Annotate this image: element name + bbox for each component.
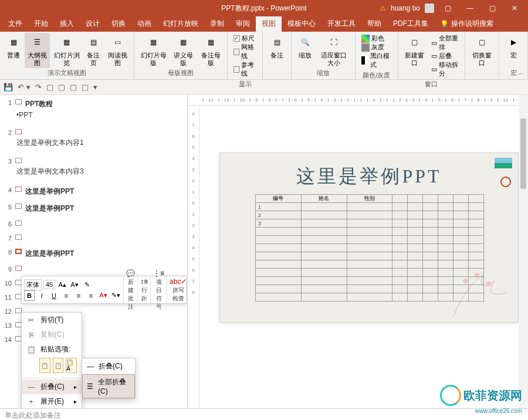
menu-collapse[interactable]: —折叠(C)▸ bbox=[22, 380, 82, 394]
tab-home[interactable]: 开始 bbox=[28, 16, 54, 32]
horizontal-ruler[interactable]: 1 · 12 · 1 · 11 · 1 · 10 · 1 · 9 · 1 · 8… bbox=[188, 95, 528, 106]
align-right-button[interactable]: ≡ bbox=[86, 290, 96, 301]
tab-file[interactable]: 文件 bbox=[2, 16, 28, 32]
handout-master-button[interactable]: ▦讲义母版 bbox=[170, 33, 196, 68]
font-color-button[interactable]: A▾ bbox=[98, 290, 109, 301]
grow-font-button[interactable]: A▴ bbox=[57, 279, 67, 290]
tab-templates[interactable]: 模板中心 bbox=[282, 16, 321, 32]
new-comment-icon[interactable]: 💬 bbox=[126, 269, 135, 277]
gridlines-checkbox[interactable]: 网格线 bbox=[233, 43, 256, 60]
tab-animation[interactable]: 动画 bbox=[131, 16, 157, 32]
outline-body[interactable]: 这里是举例文本内容3 bbox=[0, 167, 187, 177]
undo-button[interactable]: ↶ ▾ bbox=[18, 83, 31, 92]
blackwhite-button[interactable]: 黑白模式 bbox=[361, 52, 391, 69]
paste-text-only[interactable]: 📋A bbox=[66, 358, 77, 373]
slide-canvas[interactable]: 这里是举例PPT 编号姓名性别 1 2 3 bbox=[202, 106, 524, 408]
outline-title[interactable]: 这里是举例PPT bbox=[25, 204, 74, 214]
slide-sorter-button[interactable]: ▦幻灯片浏览 bbox=[51, 33, 82, 68]
outline-panel[interactable]: 1PPT教程 •PPT 2 这里是举例文本内容1 3 这里是举例文本内容3 4这… bbox=[0, 95, 188, 408]
slide-thumb[interactable] bbox=[15, 266, 22, 271]
qat-button-3[interactable]: ▢ bbox=[70, 83, 77, 92]
outline-title[interactable]: 这里是举例PPT bbox=[25, 187, 74, 197]
qat-more-button[interactable]: ▾ bbox=[93, 83, 97, 92]
submenu-collapse-all[interactable]: ☰全部折叠(C) bbox=[82, 374, 135, 398]
bold-button[interactable]: B bbox=[24, 290, 35, 301]
line-spacing-icon[interactable]: ↕≡ bbox=[140, 277, 148, 286]
qat-button-2[interactable]: ▢ bbox=[58, 83, 65, 92]
highlight-button[interactable]: ✎▾ bbox=[110, 290, 121, 301]
qat-button-4[interactable]: ▢ bbox=[82, 83, 89, 92]
slide-thumb[interactable] bbox=[15, 204, 22, 209]
slide-title[interactable]: 这里是举例PPT bbox=[220, 164, 518, 189]
menu-cut[interactable]: ✂剪切(T) bbox=[22, 313, 82, 327]
slide-image[interactable] bbox=[495, 158, 512, 168]
notes-master-button[interactable]: ▦备注母版 bbox=[198, 33, 224, 68]
slide-thumb[interactable] bbox=[15, 99, 22, 104]
outline-title[interactable]: 这里是举例PPT bbox=[25, 249, 74, 259]
scrollbar-thumb[interactable] bbox=[520, 118, 526, 189]
tab-transition[interactable]: 切换 bbox=[106, 16, 131, 32]
grayscale-button[interactable]: 灰度 bbox=[361, 43, 391, 52]
new-window-button[interactable]: ▢新建窗口 bbox=[402, 33, 428, 79]
ribbon-options-button[interactable]: ▢ bbox=[439, 2, 456, 14]
italic-button[interactable]: I bbox=[36, 290, 47, 301]
slide-master-button[interactable]: ▦幻灯片母版 bbox=[138, 33, 170, 68]
notes-pane[interactable]: 单击此处添加备注 bbox=[0, 408, 528, 420]
macros-button[interactable]: ▶宏 bbox=[503, 33, 524, 68]
switch-windows-button[interactable]: ▢切换窗口 bbox=[469, 33, 495, 77]
tab-record[interactable]: 录制 bbox=[204, 16, 230, 32]
font-size-select[interactable]: 45 bbox=[43, 280, 55, 289]
close-button[interactable]: ✕ bbox=[506, 2, 523, 14]
zoom-button[interactable]: 🔍缩放 bbox=[295, 33, 315, 68]
slide-thumb[interactable] bbox=[15, 129, 22, 134]
spellcheck-icon[interactable]: abc✓ bbox=[170, 277, 187, 286]
guides-checkbox[interactable]: 参考线 bbox=[233, 60, 256, 78]
save-button[interactable]: 💾 bbox=[4, 83, 13, 92]
user-avatar[interactable] bbox=[425, 4, 434, 13]
normal-view-button[interactable]: ▦普通 bbox=[4, 33, 23, 68]
shrink-font-button[interactable]: A▾ bbox=[69, 279, 80, 290]
submenu-collapse[interactable]: —折叠(C) bbox=[82, 358, 135, 374]
outline-body[interactable]: 这里是举例文本内容1 bbox=[0, 138, 187, 148]
slide-thumb[interactable] bbox=[15, 187, 22, 192]
redo-button[interactable]: ↷ bbox=[35, 83, 42, 92]
tab-pdftools[interactable]: PDF工具集 bbox=[387, 16, 434, 32]
tab-view[interactable]: 视图 bbox=[256, 16, 282, 32]
notes-button[interactable]: ▤备注 bbox=[266, 33, 287, 77]
align-center-button[interactable]: ≡ bbox=[73, 290, 84, 301]
slide-thumb[interactable] bbox=[15, 158, 22, 163]
slide[interactable]: 这里是举例PPT 编号姓名性别 1 2 3 bbox=[219, 153, 519, 323]
tab-review[interactable]: 审阅 bbox=[230, 16, 256, 32]
user-name[interactable]: huang bo bbox=[391, 4, 420, 12]
tab-insert[interactable]: 插入 bbox=[54, 16, 80, 32]
align-button[interactable]: ≡ bbox=[61, 290, 72, 301]
notes-page-button[interactable]: ▤备注页 bbox=[83, 33, 104, 68]
tab-help[interactable]: 帮助 bbox=[361, 16, 387, 32]
vertical-ruler[interactable]: 87654321012345678 bbox=[188, 106, 199, 408]
format-painter-button[interactable]: ✎ bbox=[82, 279, 92, 290]
menu-copy[interactable]: ⎘复制(C) bbox=[22, 327, 82, 342]
outline-title[interactable]: PPT教程 bbox=[25, 99, 53, 109]
slide-thumb-selected[interactable] bbox=[15, 249, 22, 254]
paste-merge-formatting[interactable]: 📋 bbox=[53, 358, 64, 373]
cascade-button[interactable]: ▭ 层叠 bbox=[431, 52, 459, 60]
reading-view-button[interactable]: ▭阅读视图 bbox=[104, 33, 130, 68]
outline-body[interactable]: •PPT bbox=[0, 111, 187, 119]
slide-shape-circle[interactable] bbox=[500, 177, 511, 187]
tab-slideshow[interactable]: 幻灯片放映 bbox=[157, 16, 204, 32]
tab-design[interactable]: 设计 bbox=[80, 16, 106, 32]
minimize-button[interactable]: — bbox=[461, 2, 479, 14]
ruler-checkbox[interactable]: 标尺 bbox=[233, 34, 256, 43]
bullets-icon[interactable]: ⋮≡ bbox=[153, 269, 164, 277]
restore-button[interactable]: ▢ bbox=[483, 2, 501, 14]
collapse-ribbon-button[interactable]: ︿ bbox=[517, 68, 524, 78]
slide-thumb[interactable] bbox=[15, 235, 22, 240]
outline-view-button[interactable]: ☰大纲视图 bbox=[25, 33, 50, 68]
arrange-all-button[interactable]: ▭ 全部重排 bbox=[431, 34, 459, 52]
qat-button-1[interactable]: ▢ bbox=[46, 83, 53, 92]
paste-keep-formatting[interactable]: 📋 bbox=[39, 358, 50, 373]
tell-me-search[interactable]: 💡操作说明搜索 bbox=[434, 16, 499, 32]
vertical-scrollbar[interactable] bbox=[519, 95, 528, 408]
font-family-select[interactable]: 宋体 bbox=[24, 279, 42, 290]
fit-window-button[interactable]: ⛶适应窗口大小 bbox=[316, 33, 351, 68]
